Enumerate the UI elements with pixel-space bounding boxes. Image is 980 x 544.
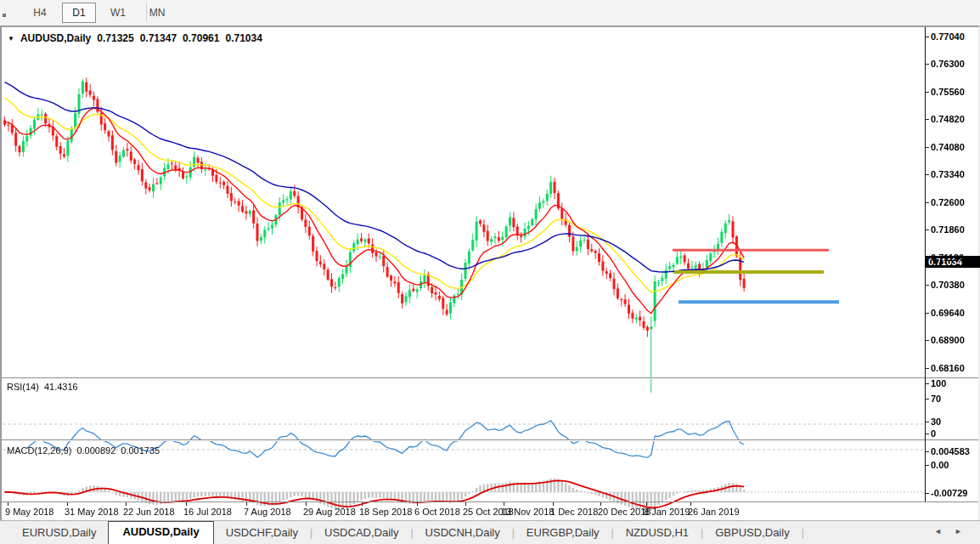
tab-scroll-right-icon[interactable]: ►: [955, 527, 962, 536]
rsi-tick-label: 0: [931, 428, 936, 439]
chart-canvas[interactable]: [3, 54, 926, 529]
macd-tick-mark: [925, 465, 929, 466]
date-tick-label: 8 Jan 2019: [644, 507, 690, 517]
symbol-dropdown-icon[interactable]: ▼: [8, 35, 14, 42]
date-tick-label: 31 May 2018: [65, 507, 119, 517]
price-tick-label: 0.74820: [931, 114, 965, 124]
price-tick-mark: [925, 313, 929, 314]
toolbar-separator: [146, 3, 147, 21]
tab-eurgbp[interactable]: EURGBP,Daily: [515, 523, 611, 544]
date-tick-mark: [126, 502, 127, 506]
tab-gbpusd[interactable]: GBPUSD,Daily: [703, 523, 801, 544]
price-tick-label: 0.77040: [931, 31, 965, 42]
timeframe-button-d1[interactable]: D1: [62, 3, 96, 23]
macd-tick-label: 0.00: [931, 460, 949, 470]
chart-tab-bar: EURUSD,DailyAUDUSD,DailyUSDCHF,Daily|USD…: [0, 520, 980, 544]
price-tick-label: 0.74080: [931, 142, 965, 152]
date-tick-mark: [246, 502, 247, 506]
rsi-tick-label: 30: [931, 416, 941, 427]
date-tick-label: 9 May 2018: [5, 507, 54, 517]
date-tick-label: 6 Oct 2018: [414, 507, 460, 517]
price-tick-label: 0.68160: [931, 363, 965, 373]
macd-label: MACD(12,26,9) 0.000892 0.001735: [7, 445, 160, 456]
price-tick-label: 0.76300: [931, 59, 965, 69]
date-tick-mark: [600, 502, 601, 506]
date-tick-mark: [646, 502, 647, 506]
tab-separator: |: [802, 527, 804, 544]
date-tick-mark: [690, 502, 691, 506]
tab-usdcad[interactable]: USDCAD,Daily: [313, 523, 410, 544]
application-window: H4D1W1MN 0.71034 ▼ AUDUSD,Daily 0.71325 …: [0, 0, 980, 544]
price-tick-label: 0.73340: [931, 169, 965, 179]
toolbar-overflow-icon: [3, 14, 6, 17]
date-tick-mark: [504, 502, 504, 506]
date-tick-label: 22 Jun 2018: [123, 507, 175, 517]
price-tick-mark: [925, 119, 929, 120]
tab-scroll-left-icon[interactable]: ◄: [934, 527, 942, 536]
price-tick-mark: [925, 340, 929, 341]
date-tick-mark: [306, 502, 307, 506]
price-tick-mark: [925, 92, 929, 93]
price-tick-mark: [925, 202, 929, 203]
date-tick-mark: [186, 502, 187, 506]
macd-tick-label: -0.00729: [931, 488, 967, 498]
price-tick-label: 0.71120: [931, 252, 964, 263]
macd-tick-label: 0.004583: [931, 446, 970, 456]
tab-usdcnh[interactable]: USDCNH,Daily: [414, 523, 512, 544]
price-high: 0.71347: [140, 32, 177, 44]
price-tick-mark: [925, 174, 929, 175]
date-tick-mark: [67, 502, 68, 506]
date-tick-label: 18 Sep 2018: [359, 507, 412, 517]
rsi-tick-label: 70: [931, 394, 941, 404]
price-tick-label: 0.72600: [931, 197, 965, 207]
macd-value-signal: 0.001735: [121, 445, 160, 456]
price-tick-label: 0.70380: [931, 280, 965, 290]
price-close: 0.71034: [225, 32, 262, 44]
rsi-name: RSI(14): [7, 382, 39, 392]
price-tick-label: 0.68900: [931, 335, 965, 345]
date-tick-mark: [465, 502, 466, 506]
timeframe-buttons: H4D1W1MN: [20, 3, 177, 23]
price-tick-mark: [925, 258, 929, 258]
price-tick-label: 0.69640: [931, 308, 965, 318]
price-tick-mark: [925, 64, 929, 65]
date-tick-mark: [8, 502, 8, 506]
pane-splitter-highlight: [2, 440, 978, 441]
macd-value-main: 0.000892: [76, 445, 115, 456]
macd-name: MACD(12,26,9): [7, 445, 71, 456]
date-tick-mark: [417, 502, 418, 506]
tab-nzdusd[interactable]: NZDUSD,H1: [614, 523, 701, 544]
date-axis-separator: [2, 502, 978, 502]
rsi-value: 41.4316: [44, 382, 78, 392]
date-tick-mark: [362, 502, 363, 506]
price-tick-mark: [925, 147, 929, 148]
timeframe-button-w1[interactable]: W1: [101, 3, 135, 23]
chart-symbol: AUDUSD,Daily: [20, 32, 91, 44]
price-tick-mark: [925, 368, 929, 369]
rsi-tick-mark: [925, 399, 929, 400]
macd-tick-mark: [925, 493, 929, 494]
rsi-tick-label: 100: [931, 378, 946, 388]
tab-audusd[interactable]: AUDUSD,Daily: [108, 521, 213, 544]
tab-usdchf[interactable]: USDCHF,Daily: [214, 523, 310, 544]
chart-title: ▼ AUDUSD,Daily 0.71325 0.71347 0.70961 0…: [8, 32, 262, 44]
date-tick-label: 7 Aug 2018: [244, 507, 291, 517]
date-tick-label: 16 Jul 2018: [183, 507, 232, 517]
rsi-tick-mark: [925, 383, 929, 384]
macd-tick-mark: [925, 451, 929, 452]
rsi-tick-mark: [925, 422, 929, 422]
price-low: 0.70961: [183, 32, 219, 44]
rsi-tick-mark: [925, 434, 929, 434]
tab-eurusd[interactable]: EURUSD,Daily: [10, 523, 108, 544]
date-tick-label: 1 Dec 2018: [550, 507, 598, 517]
timeframe-button-h4[interactable]: H4: [23, 3, 57, 23]
date-tick-mark: [553, 502, 554, 506]
price-tick-mark: [925, 37, 929, 37]
price-tick-mark: [925, 230, 929, 230]
rsi-label: RSI(14) 41.4316: [7, 382, 78, 392]
date-tick-label: 26 Jan 2019: [688, 507, 740, 517]
timeframe-button-mn[interactable]: MN: [140, 3, 174, 23]
price-tick-mark: [925, 285, 929, 286]
timeframe-toolbar: H4D1W1MN: [0, 0, 980, 26]
date-tick-label: 13 Nov 2018: [501, 507, 554, 517]
